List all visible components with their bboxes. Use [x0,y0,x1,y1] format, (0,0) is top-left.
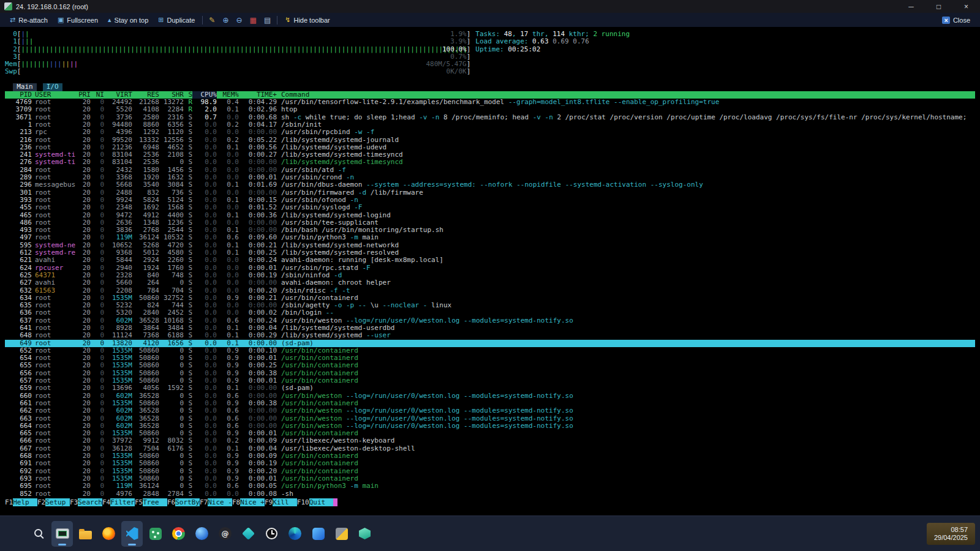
hide-toolbar-button[interactable]: ↯ Hide toolbar [280,13,335,27]
process-row-692[interactable]: 692root2001535M508600S0.00.90:00.20/usr/… [5,468,975,475]
fkey-f3[interactable]: F3Search [70,498,102,506]
column-header-virt[interactable]: VIRT [104,91,132,99]
minimize-button[interactable]: ─ [897,0,925,13]
process-table-header[interactable]: PIDUSERPRINIVIRTRESSHRSCPU%MEM%TIME+Comm… [5,91,975,99]
column-header-pri[interactable]: PRI [76,91,91,99]
process-row-621[interactable]: 621avahi200584429242260S0.00.00:00.24ava… [5,257,975,264]
taskbar-icon-start[interactable] [5,521,26,547]
process-row-852[interactable]: 852root200497628482784S0.00.00:00.08-sh [5,490,975,498]
taskbar-icon-yellow-app[interactable] [331,521,352,547]
taskbar-icon-vscode[interactable] [121,521,143,547]
process-row-632[interactable]: 632615632002208784704S0.00.00:00.20/sbin… [5,287,975,294]
process-row-625[interactable]: 625643712002328840748S0.00.00:00.19/sbin… [5,272,975,279]
process-row-663[interactable]: 663root200602M365280S0.00.60:00.00/usr/b… [5,415,975,422]
taskbar-icon-clock-app[interactable] [261,521,282,547]
process-row-656[interactable]: 656root2001535M508600S0.00.90:00.38/usr/… [5,370,975,377]
process-row-634[interactable]: 634root2001535M5086032752S0.00.90:00.21/… [5,294,975,302]
close-button[interactable]: × [952,0,980,13]
fkey-f5[interactable]: F5Tree [135,498,167,506]
fkey-f1[interactable]: F1Help [5,498,37,506]
taskbar-icon-mobaxterm[interactable] [51,521,73,547]
process-row-3671[interactable]: 3671root200373625802316S0.70.00:00.68sh … [5,114,975,121]
process-row-497[interactable]: 497root200119M3612410532S0.00.60:09.60/u… [5,234,975,241]
process-row-657[interactable]: 657root2001535M508600S0.00.90:00.01/usr/… [5,377,975,384]
process-row-661[interactable]: 661root2001535M508600S0.00.90:00.38/usr/… [5,400,975,407]
column-header-user[interactable]: USER [32,91,76,99]
taskbar-icon-at-terminal-app[interactable]: @ [214,521,236,547]
column-header-ni[interactable]: NI [91,91,104,99]
process-row-641[interactable]: 641root200892838643484S0.00.10:00.04/lib… [5,324,975,332]
record-tool-icon[interactable]: ▦ [246,16,260,24]
re-attach-button[interactable]: ⇄Re-attach [5,13,53,27]
taskbar-icon-edge[interactable] [284,521,306,547]
process-row-595[interactable]: 595systemd-ne2001065252684720S0.00.10:00… [5,242,975,249]
process-row-284[interactable]: 284root200243215801456S0.00.00:00.00/usr… [5,167,975,174]
pen-tool-icon[interactable]: ✎ [205,16,219,24]
process-row-693[interactable]: 693root2001535M508600S0.00.90:00.01/usr/… [5,475,975,482]
taskbar-icon-search[interactable] [28,521,50,547]
process-row-691[interactable]: 691root2001535M508600S0.00.90:00.19/usr/… [5,460,975,467]
duplicate-button[interactable]: ⊞Duplicate [153,13,200,27]
process-row-289[interactable]: 289root200336819201632S0.00.00:00.01/usr… [5,174,975,181]
display-tool-icon[interactable]: ▤ [260,16,274,24]
close-session-button[interactable]: × Close [937,13,975,27]
process-row-654[interactable]: 654root2001535M508600S0.00.90:00.01/usr/… [5,354,975,362]
fkey-f2[interactable]: F2Setup [37,498,70,506]
process-row-624[interactable]: 624rpcuser200294019241760S0.00.00:00.01/… [5,264,975,272]
fkey-f8[interactable]: F8Nice + [232,498,265,506]
fkey-f6[interactable]: F6SortBy [167,498,200,506]
htop-terminal[interactable]: 0[||1.9%]1[|||3.9%]2[|||||||||||||||||||… [0,27,980,515]
process-row-4769[interactable]: 4769root200244922126813272R98.90.40:04.2… [5,99,975,106]
process-row-665[interactable]: 665root2001535M508600S0.00.90:00.01/usr/… [5,430,975,437]
taskbar-icon-blue-app[interactable] [307,521,329,547]
process-row-664[interactable]: 664root200602M365280S0.00.60:00.00/usr/b… [5,422,975,430]
process-row-668[interactable]: 668root2001535M508600S0.00.90:00.09/usr/… [5,452,975,460]
fkey-f9[interactable]: F9Kill [265,498,297,506]
process-row-649[interactable]: 649root2001382041201656S0.00.10:00.00(sd… [5,340,975,347]
tab-io[interactable]: I/O [43,83,62,91]
fullscreen-button[interactable]: ▣Fullscreen [53,13,103,27]
column-header-res[interactable]: RES [132,91,159,99]
process-row-301[interactable]: 301root2002488832736S0.00.00:00.00/usr/b… [5,189,975,197]
taskbar-icon-green-app[interactable] [145,521,166,547]
process-row-655[interactable]: 655root2001535M508600S0.00.90:00.25/usr/… [5,362,975,369]
fkey-f10[interactable]: F10Quit [297,498,334,506]
process-row-465[interactable]: 465root200947249124400S0.00.10:00.36/lib… [5,212,975,219]
zoom-in-tool-icon[interactable]: ⊕ [219,16,232,24]
process-row-486[interactable]: 486root200263613481236S0.00.00:00.00/usr… [5,219,975,227]
column-header-shr[interactable]: SHR [159,91,184,99]
fkey-f7[interactable]: F7Nice - [200,498,232,506]
process-row-660[interactable]: 660root200602M365280S0.00.60:00.00/usr/b… [5,392,975,400]
tab-main[interactable]: Main [13,83,37,91]
zoom-out-tool-icon[interactable]: ⊖ [232,16,246,24]
column-header-pid[interactable]: PID [5,91,32,99]
process-row-627[interactable]: 627avahi20056602640S0.00.00:00.00avahi-d… [5,279,975,287]
process-row-216[interactable]: 216root200995201333212556S0.00.20:05.22/… [5,137,975,144]
process-row-659[interactable]: 659root2001369640561592S0.00.10:00.00(sd… [5,384,975,392]
taskbar-icon-blue-circle-app[interactable] [191,521,213,547]
taskbar-icon-cube-app[interactable] [354,521,375,547]
column-header-st[interactable]: S [184,91,192,99]
stay-on-top-button[interactable]: ▴Stay on top [103,13,153,27]
process-row-493[interactable]: 493root200383627682544S0.00.10:00.00/bin… [5,227,975,234]
process-row-667[interactable]: 667root2003612875046176S0.00.10:00.04/us… [5,445,975,452]
taskbar-icon-chrome[interactable] [168,521,189,547]
process-row-3709[interactable]: 3709root200552041082284R2.00.10:02.96hto… [5,106,975,113]
process-row-635[interactable]: 635root2005232824744S0.00.00:00.00/sbin/… [5,302,975,309]
process-row-213[interactable]: 213rpc200439612921120S0.00.00:00.00/usr/… [5,129,975,136]
process-row-393[interactable]: 393root200992458245124S0.00.10:00.15/usr… [5,197,975,204]
process-row-455[interactable]: 455root200234816921568S0.00.00:01.52/usr… [5,204,975,211]
process-row-637[interactable]: 637root200602M3652810168S0.00.60:00.24/u… [5,317,975,324]
column-header-mem[interactable]: MEM% [217,91,239,99]
taskbar-clock[interactable]: 08:57 29/04/2025 [927,523,975,545]
process-row-241[interactable]: 241systemd-ti2008310425362108S0.00.00:00… [5,151,975,159]
maximize-button[interactable]: □ [925,0,952,13]
taskbar-icon-file-explorer[interactable] [75,521,96,547]
process-row-666[interactable]: 666root2003797299128032S0.00.20:00.09/us… [5,437,975,444]
column-header-cmd[interactable]: Command [277,91,975,99]
process-row-652[interactable]: 652root2001535M508600S0.00.90:00.10/usr/… [5,347,975,354]
process-row-296[interactable]: 296messagebus200566835403084S0.00.10:01.… [5,181,975,189]
taskbar-icon-firefox[interactable] [98,521,119,547]
taskbar-icon-diamond-app[interactable] [238,521,259,547]
process-row-1[interactable]: 1root2009448088606356S0.00.20:04.17/sbin… [5,121,975,129]
